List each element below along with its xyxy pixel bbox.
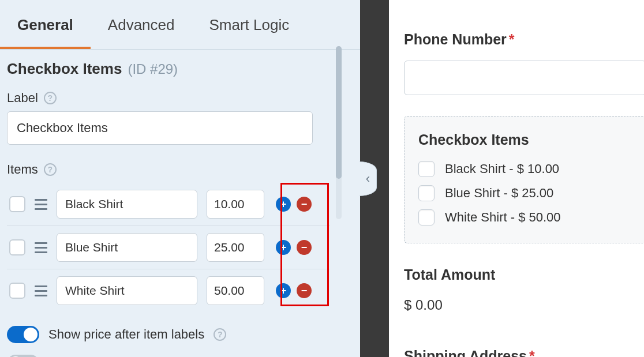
items-caption: Items <box>7 162 38 177</box>
field-title: Checkbox Items <box>7 60 122 78</box>
help-icon[interactable]: ? <box>44 92 57 104</box>
help-icon[interactable]: ? <box>44 163 57 176</box>
preview-item-label: Black Shirt - $ 10.00 <box>445 161 559 176</box>
field-id: (ID #29) <box>128 61 178 77</box>
required-asterisk: * <box>529 348 535 357</box>
drag-handle-icon[interactable] <box>35 242 47 253</box>
field-options-panel: General Advanced Smart Logic Checkbox It… <box>0 0 360 357</box>
phone-label: Phone Number* <box>404 31 644 48</box>
remove-item-icon[interactable]: − <box>297 240 312 255</box>
checkbox[interactable] <box>418 161 435 177</box>
label-caption: Label <box>7 91 38 106</box>
item-default-checkbox[interactable] <box>9 239 25 255</box>
phone-input[interactable] <box>404 61 644 95</box>
help-icon[interactable]: ? <box>214 328 226 341</box>
form-preview-panel: Phone Number* Checkbox Items Black Shirt… <box>389 0 644 357</box>
preview-item-label: Blue Shirt - $ 25.00 <box>445 186 553 201</box>
item-price-input[interactable] <box>207 233 264 262</box>
item-default-checkbox[interactable] <box>9 196 25 212</box>
preview-item: White Shirt - $ 50.00 <box>418 209 632 226</box>
total-amount-label: Total Amount <box>404 266 644 283</box>
collapse-panel-button[interactable]: ‹ <box>360 161 377 196</box>
preview-item: Blue Shirt - $ 25.00 <box>418 185 632 201</box>
tab-advanced[interactable]: Advanced <box>91 0 192 49</box>
drag-handle-icon[interactable] <box>35 285 47 296</box>
shipping-address-label: Shipping Address* <box>404 348 644 357</box>
toggle-show-price-label: Show price after item labels <box>48 327 204 342</box>
item-row: + − <box>7 269 330 312</box>
label-input[interactable] <box>7 111 313 145</box>
item-name-input[interactable] <box>57 190 197 219</box>
total-amount-value: $ 0.00 <box>404 297 644 313</box>
item-row: + − <box>7 183 330 226</box>
checkbox-items-title: Checkbox Items <box>418 131 632 148</box>
toggle-show-price[interactable] <box>7 326 39 343</box>
item-price-input[interactable] <box>207 190 264 219</box>
item-price-input[interactable] <box>207 276 264 305</box>
field-title-row: Checkbox Items (ID #29) <box>7 60 353 78</box>
toggle-image-choices[interactable] <box>7 355 39 357</box>
panel-divider: ‹ <box>360 0 389 357</box>
preview-item-label: White Shirt - $ 50.00 <box>445 210 561 225</box>
remove-item-icon[interactable]: − <box>297 283 312 298</box>
checkbox-items-field[interactable]: Checkbox Items Black Shirt - $ 10.00 Blu… <box>404 116 644 243</box>
item-row: + − <box>7 226 330 269</box>
drag-handle-icon[interactable] <box>35 199 47 210</box>
items-list: + − + − + − <box>7 183 353 312</box>
remove-item-icon[interactable]: − <box>297 197 312 212</box>
item-default-checkbox[interactable] <box>9 283 25 299</box>
preview-item: Black Shirt - $ 10.00 <box>418 161 632 177</box>
required-asterisk: * <box>509 31 515 47</box>
add-item-icon[interactable]: + <box>276 283 291 298</box>
chevron-left-icon: ‹ <box>366 171 370 186</box>
item-name-input[interactable] <box>57 233 197 262</box>
item-name-input[interactable] <box>57 276 197 305</box>
panel-scrollbar[interactable] <box>336 46 342 219</box>
checkbox[interactable] <box>418 185 435 201</box>
add-item-icon[interactable]: + <box>276 240 291 255</box>
checkbox[interactable] <box>418 209 435 226</box>
options-tabs: General Advanced Smart Logic <box>0 0 360 50</box>
tab-general[interactable]: General <box>0 0 91 49</box>
add-item-icon[interactable]: + <box>276 197 291 212</box>
tab-smart-logic[interactable]: Smart Logic <box>192 0 306 49</box>
